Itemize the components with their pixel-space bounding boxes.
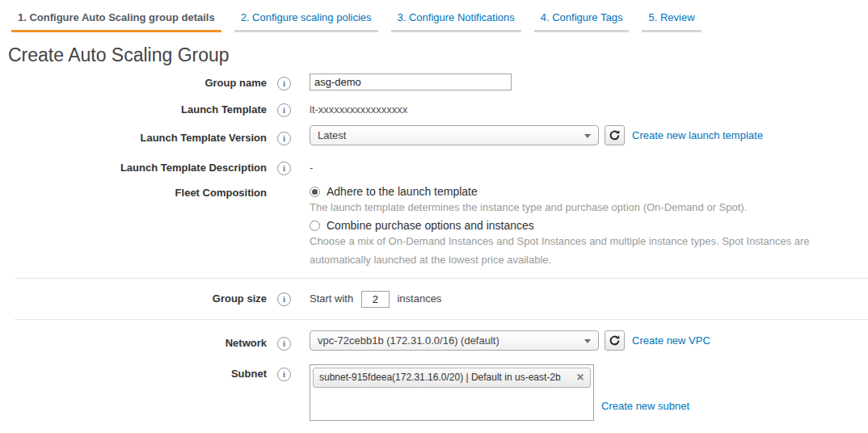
wizard-tabs: 1. Configure Auto Scaling group details …	[0, 0, 868, 32]
tab-configure-scaling-policies[interactable]: 2. Configure scaling policies	[234, 8, 378, 32]
group-name-row: Group name i	[0, 74, 868, 90]
fleet-option-combine-label: Combine purchase options and instances	[327, 219, 534, 232]
divider	[15, 319, 868, 320]
group-size-prefix: Start with	[310, 292, 353, 305]
refresh-icon	[609, 129, 621, 141]
launch-template-version-select[interactable]: Latest	[310, 125, 599, 145]
info-icon[interactable]: i	[277, 162, 291, 175]
refresh-icon	[609, 334, 621, 347]
group-size-input[interactable]	[361, 291, 390, 308]
tab-configure-tags[interactable]: 4. Configure Tags	[534, 8, 630, 32]
subnet-chip-label: subnet-915fdeea(172.31.16.0/20) | Defaul…	[319, 372, 561, 383]
launch-template-version-row: Launch Template Version i Latest Create …	[0, 125, 868, 145]
launch-template-value: lt-xxxxxxxxxxxxxxxxx	[310, 100, 407, 116]
info-icon[interactable]: i	[277, 368, 291, 381]
group-size-label: Group size	[0, 289, 267, 305]
info-icon[interactable]: i	[277, 337, 291, 351]
refresh-launch-template-version-button[interactable]	[605, 125, 625, 145]
radio-selected-icon[interactable]	[310, 187, 320, 197]
info-icon[interactable]: i	[277, 292, 291, 306]
tab-review[interactable]: 5. Review	[642, 8, 701, 32]
network-select[interactable]: vpc-72cebb1b (172.31.0.0/16) (default)	[310, 330, 599, 351]
remove-icon[interactable]: ✕	[576, 372, 584, 382]
tab-configure-asg-details[interactable]: 1. Configure Auto Scaling group details	[11, 8, 221, 32]
subnet-row: Subnet i subnet-915fdeea(172.31.16.0/20)…	[0, 364, 868, 421]
fleet-option-combine[interactable]: Combine purchase options and instances	[310, 219, 836, 232]
subnet-label: Subnet	[0, 364, 267, 380]
create-new-subnet-link[interactable]: Create new subnet	[601, 396, 689, 416]
chevron-down-icon	[584, 134, 591, 138]
launch-template-row: Launch Template i lt-xxxxxxxxxxxxxxxxx	[0, 100, 868, 116]
group-name-label: Group name	[0, 74, 267, 89]
network-value: vpc-72cebb1b (172.31.0.0/16) (default)	[318, 334, 499, 347]
launch-template-description-value: -	[310, 158, 313, 174]
group-name-input[interactable]	[310, 74, 512, 90]
fleet-composition-row: Fleet Composition Adhere to the launch t…	[0, 183, 868, 269]
chevron-down-icon	[584, 339, 591, 343]
info-icon[interactable]: i	[277, 132, 291, 145]
create-new-vpc-link[interactable]: Create new VPC	[632, 330, 710, 351]
launch-template-version-value: Latest	[318, 129, 346, 141]
info-icon[interactable]: i	[277, 103, 291, 117]
radio-unselected-icon[interactable]	[310, 221, 320, 231]
create-new-launch-template-link[interactable]: Create new launch template	[632, 125, 763, 145]
group-size-suffix: instances	[397, 292, 441, 305]
group-size-row: Group size i Start with instances	[0, 279, 868, 319]
fleet-option-adhere-label: Adhere to the launch template	[327, 185, 478, 198]
fleet-composition-label: Fleet Composition	[0, 183, 267, 199]
launch-template-version-label: Launch Template Version	[0, 125, 267, 144]
launch-template-description-row: Launch Template Description i -	[0, 158, 868, 174]
launch-template-description-label: Launch Template Description	[0, 158, 267, 174]
network-row: Network i vpc-72cebb1b (172.31.0.0/16) (…	[0, 330, 868, 351]
refresh-network-button[interactable]	[605, 330, 625, 351]
subnet-chip: subnet-915fdeea(172.31.16.0/20) | Defaul…	[313, 368, 591, 388]
fleet-option-combine-help: Choose a mix of On-Demand Instances and …	[310, 232, 836, 269]
network-label: Network	[0, 330, 267, 349]
launch-template-label: Launch Template	[0, 100, 267, 116]
page-title: Create Auto Scaling Group	[8, 44, 868, 66]
subnet-multiselect[interactable]: subnet-915fdeea(172.31.16.0/20) | Defaul…	[310, 364, 594, 421]
tab-configure-notifications[interactable]: 3. Configure Notifications	[391, 8, 521, 32]
info-icon[interactable]: i	[277, 77, 291, 90]
fleet-option-adhere-help: The launch template determines the insta…	[310, 198, 836, 216]
fleet-option-adhere[interactable]: Adhere to the launch template	[310, 185, 836, 198]
